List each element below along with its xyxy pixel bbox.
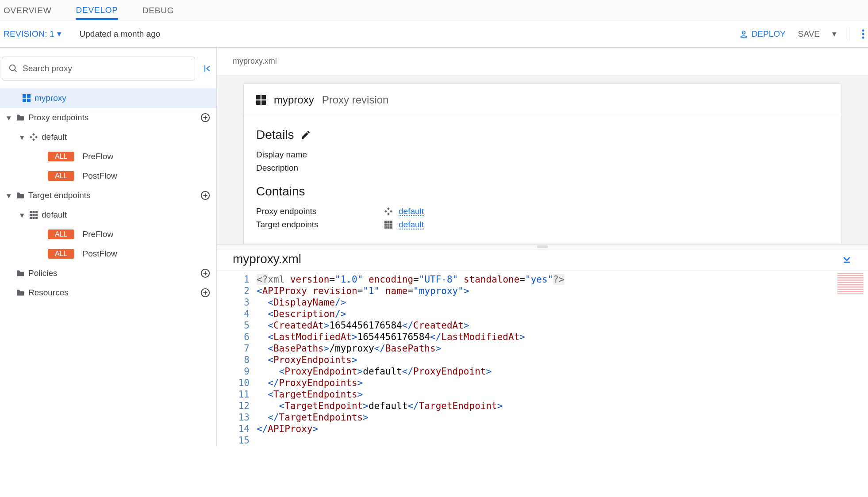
tree-target-endpoints[interactable]: ▾ Target endpoints (0, 186, 216, 205)
tree-label: PostFlow (82, 249, 117, 259)
expand-icon: ▾ (3, 191, 15, 201)
tree-label: Target endpoints (28, 191, 91, 200)
target-icon (384, 221, 392, 229)
proxy-name: myproxy (274, 94, 314, 106)
collapse-sidebar-icon[interactable] (203, 64, 212, 73)
svg-rect-44 (388, 226, 390, 229)
tree-root-myproxy[interactable]: myproxy (0, 88, 216, 108)
svg-rect-40 (384, 224, 387, 226)
svg-rect-43 (384, 226, 387, 229)
tab-develop[interactable]: DEVELOP (76, 0, 118, 20)
svg-rect-19 (33, 211, 35, 213)
tree-label: PreFlow (82, 152, 113, 161)
svg-point-2 (862, 29, 864, 31)
tree-resources[interactable]: Resources (0, 283, 216, 302)
svg-rect-41 (388, 224, 390, 226)
description-label: Description (256, 163, 349, 173)
tab-debug[interactable]: DEBUG (142, 0, 174, 20)
svg-line-6 (15, 70, 17, 72)
svg-rect-38 (388, 221, 390, 223)
revision-selector[interactable]: REVISION: 1 ▾ (4, 29, 62, 39)
save-button[interactable]: SAVE (798, 29, 820, 39)
deploy-icon (739, 30, 748, 38)
endpoint-icon (28, 133, 39, 141)
editor-filename: myproxy.xml (233, 252, 301, 266)
svg-rect-42 (390, 224, 392, 226)
content-pane: myproxy.xml myproxy Proxy revision Detai… (217, 48, 868, 446)
tree-label: PostFlow (82, 171, 117, 181)
svg-rect-23 (35, 214, 38, 216)
proxy-endpoint-link[interactable]: default (399, 206, 424, 216)
all-badge: ALL (48, 249, 74, 259)
svg-rect-34 (261, 95, 266, 99)
folder-icon (15, 114, 26, 121)
svg-point-0 (742, 31, 745, 34)
all-badge: ALL (48, 171, 74, 181)
svg-rect-11 (27, 99, 31, 102)
tree-policies[interactable]: Policies (0, 264, 216, 283)
svg-rect-39 (390, 221, 392, 223)
proxy-tree: myproxy ▾ Proxy endpoints ▾ default (0, 88, 216, 302)
tree-proxy-postflow[interactable]: ALL PostFlow (0, 166, 216, 186)
display-name-label: Display name (256, 150, 349, 160)
tree-label: Resources (28, 288, 69, 298)
line-numbers: 123456789101112131415 (217, 274, 257, 446)
svg-point-5 (10, 65, 15, 71)
expand-icon: ▾ (16, 132, 28, 142)
svg-rect-18 (30, 211, 32, 213)
bundle-icon (256, 95, 266, 105)
all-badge: ALL (48, 229, 74, 239)
target-endpoint-link[interactable]: default (399, 220, 424, 229)
svg-rect-9 (27, 94, 31, 98)
search-placeholder: Search proxy (23, 64, 72, 73)
separator (849, 27, 849, 41)
svg-point-4 (862, 36, 864, 38)
target-endpoints-label: Target endpoints (256, 220, 349, 229)
svg-rect-25 (33, 217, 35, 219)
tree-proxy-default[interactable]: ▾ default (0, 127, 216, 147)
code-content[interactable]: <?xml version="1.0" encoding="UTF-8" sta… (257, 274, 868, 446)
top-tabs: OVERVIEW DEVELOP DEBUG (0, 0, 868, 20)
target-icon (28, 211, 39, 219)
expand-icon: ▾ (3, 113, 15, 123)
tree-proxy-preflow[interactable]: ALL PreFlow (0, 147, 216, 166)
svg-rect-20 (35, 211, 38, 213)
search-proxy-input[interactable]: Search proxy (2, 57, 195, 80)
editor-header: myproxy.xml (217, 249, 868, 271)
add-target-endpoint-button[interactable] (200, 191, 210, 200)
collapse-editor-button[interactable] (841, 254, 852, 264)
tree-target-default[interactable]: ▾ default (0, 205, 216, 225)
tree-label: Proxy endpoints (28, 113, 88, 122)
proxy-endpoints-label: Proxy endpoints (256, 206, 349, 216)
pencil-icon (300, 130, 311, 140)
add-resource-button[interactable] (200, 288, 210, 298)
tree-target-postflow[interactable]: ALL PostFlow (0, 244, 216, 264)
add-policy-button[interactable] (200, 268, 210, 278)
proxy-navigator: Search proxy myproxy ▾ Proxy endpoints (0, 48, 217, 446)
all-badge: ALL (48, 152, 74, 161)
search-icon (8, 64, 18, 73)
svg-rect-26 (35, 217, 38, 219)
resize-handle[interactable] (217, 244, 868, 249)
breadcrumb: myproxy.xml (217, 48, 868, 75)
deploy-button[interactable]: DEPLOY (739, 29, 786, 39)
folder-icon (15, 192, 26, 199)
svg-point-3 (862, 33, 864, 35)
expand-icon: ▾ (16, 210, 28, 220)
tree-proxy-endpoints[interactable]: ▾ Proxy endpoints (0, 108, 216, 127)
folder-icon (15, 270, 26, 277)
minimap[interactable] (837, 273, 864, 295)
svg-rect-35 (256, 100, 261, 105)
add-proxy-endpoint-button[interactable] (200, 113, 210, 122)
more-menu[interactable] (862, 29, 864, 39)
xml-editor[interactable]: 123456789101112131415 <?xml version="1.0… (217, 271, 868, 446)
kebab-icon (862, 29, 864, 39)
bundle-icon (21, 94, 32, 102)
edit-details-button[interactable] (300, 130, 311, 140)
updated-text: Updated a month ago (80, 29, 161, 39)
tab-overview[interactable]: OVERVIEW (4, 0, 51, 20)
chevron-down-icon: ▾ (57, 29, 61, 39)
contains-heading: Contains (256, 184, 305, 199)
tree-target-preflow[interactable]: ALL PreFlow (0, 225, 216, 244)
save-dropdown[interactable]: ▾ (832, 29, 837, 39)
